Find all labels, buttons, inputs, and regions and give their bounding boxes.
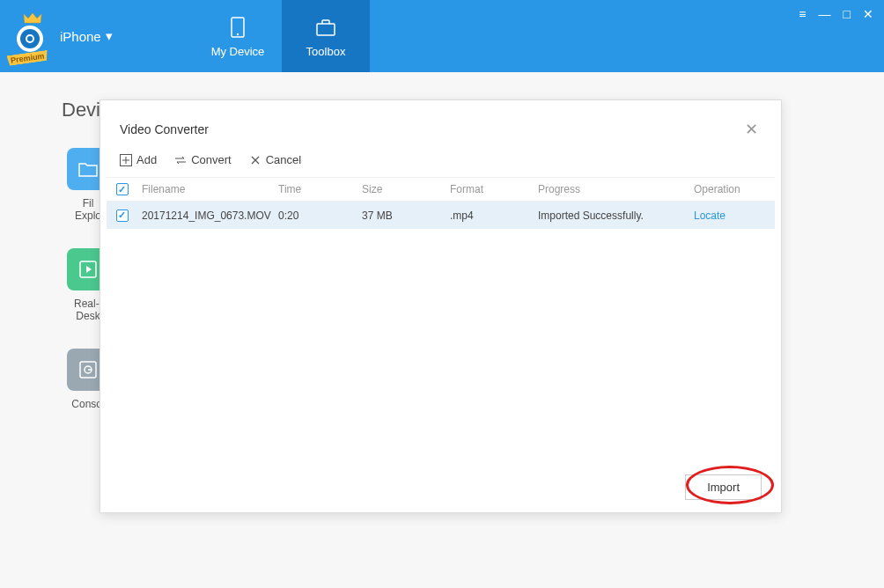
maximize-icon[interactable]: □ <box>843 7 851 21</box>
toolbox-icon <box>313 15 338 40</box>
tab-label: My Device <box>211 45 265 58</box>
device-selector[interactable]: iPhone ▾ <box>60 28 113 44</box>
modal-title: Video Converter <box>120 122 209 136</box>
svg-rect-6 <box>317 24 335 35</box>
col-size[interactable]: Size <box>362 183 450 195</box>
col-format[interactable]: Format <box>450 183 538 195</box>
modal-footer: Import <box>100 467 781 500</box>
svg-point-5 <box>237 33 239 34</box>
table-header: Filename Time Size Format Progress Opera… <box>107 177 775 202</box>
modal-toolbar: Add Convert Cancel <box>100 153 781 177</box>
device-label-text: iPhone <box>60 29 101 44</box>
col-operation[interactable]: Operation <box>683 183 775 195</box>
app-logo: Premium <box>9 14 53 58</box>
cell-progress: Imported Successfully. <box>538 209 683 222</box>
video-converter-modal: Video Converter ✕ Add Convert Cancel Fil… <box>99 99 782 513</box>
close-icon[interactable]: ✕ <box>863 7 873 21</box>
import-button[interactable]: Import <box>685 474 762 500</box>
cancel-label: Cancel <box>266 153 301 166</box>
top-bar: Premium iPhone ▾ My Device Toolbox ≡ — □… <box>0 0 884 72</box>
row-checkbox[interactable] <box>116 209 129 222</box>
add-button[interactable]: Add <box>120 153 157 166</box>
modal-header: Video Converter ✕ <box>100 116 781 153</box>
tool-label: Real-tDesk <box>74 298 102 322</box>
cell-size: 37 MB <box>362 209 450 222</box>
logo-area: Premium iPhone ▾ <box>0 0 194 72</box>
add-label: Add <box>136 153 157 166</box>
col-time[interactable]: Time <box>278 183 362 195</box>
tab-label: Toolbox <box>306 45 346 58</box>
menu-icon[interactable]: ≡ <box>799 7 806 21</box>
close-button[interactable]: ✕ <box>741 116 762 143</box>
cancel-button[interactable]: Cancel <box>249 153 301 166</box>
locate-link[interactable]: Locate <box>694 209 726 222</box>
tool-label: FilExplo <box>75 197 101 222</box>
convert-button[interactable]: Convert <box>174 153 232 166</box>
cell-format: .mp4 <box>450 209 538 222</box>
minimize-icon[interactable]: — <box>819 7 831 21</box>
col-filename[interactable]: Filename <box>137 183 278 195</box>
owl-icon <box>14 23 46 55</box>
tablet-icon <box>225 15 250 40</box>
svg-point-3 <box>27 36 33 41</box>
cancel-icon <box>249 154 262 166</box>
select-all-checkbox[interactable] <box>116 183 129 195</box>
tab-toolbox[interactable]: Toolbox <box>282 0 370 72</box>
window-controls: ≡ — □ ✕ <box>799 7 873 21</box>
file-table: Filename Time Size Format Progress Opera… <box>100 177 781 467</box>
convert-label: Convert <box>191 153 232 166</box>
plus-icon <box>120 154 132 166</box>
cell-time: 0:20 <box>278 209 362 222</box>
cell-filename: 20171214_IMG_0673.MOV <box>137 209 278 222</box>
convert-icon <box>174 154 187 166</box>
col-progress[interactable]: Progress <box>538 183 683 195</box>
chevron-down-icon: ▾ <box>106 28 113 44</box>
table-row[interactable]: 20171214_IMG_0673.MOV 0:20 37 MB .mp4 Im… <box>107 202 775 230</box>
tab-my-device[interactable]: My Device <box>194 0 282 72</box>
